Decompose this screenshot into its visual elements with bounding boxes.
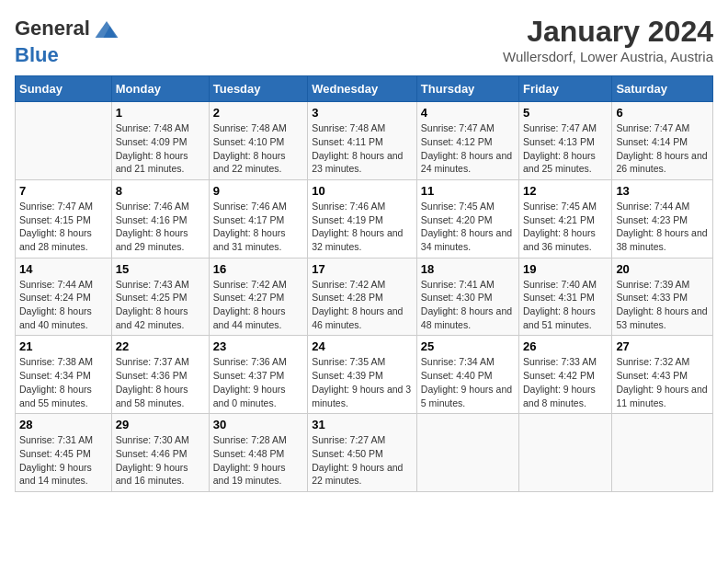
day-info: Sunrise: 7:36 AM Sunset: 4:37 PM Dayligh… [213,355,303,409]
sunrise: Sunrise: 7:47 AM [523,122,597,133]
sunrise: Sunrise: 7:34 AM [421,356,495,367]
calendar-cell: 3 Sunrise: 7:48 AM Sunset: 4:11 PM Dayli… [308,102,417,180]
sunrise: Sunrise: 7:30 AM [116,434,189,445]
daylight: Daylight: 9 hours and 0 minutes. [213,384,286,408]
sunrise: Sunrise: 7:47 AM [421,122,495,133]
sunset: Sunset: 4:23 PM [616,214,688,225]
day-number: 18 [421,262,515,276]
day-info: Sunrise: 7:47 AM Sunset: 4:15 PM Dayligh… [19,200,108,254]
logo-blue: Blue [15,43,59,66]
calendar-cell: 28 Sunrise: 7:31 AM Sunset: 4:45 PM Dayl… [16,414,112,492]
sunset: Sunset: 4:46 PM [116,448,188,459]
calendar-cell: 12 Sunrise: 7:45 AM Sunset: 4:21 PM Dayl… [519,179,612,258]
calendar-table: SundayMondayTuesdayWednesdayThursdayFrid… [15,75,713,492]
day-info: Sunrise: 7:46 AM Sunset: 4:17 PM Dayligh… [213,200,303,254]
daylight: Daylight: 8 hours and 40 minutes. [19,305,92,330]
daylight: Daylight: 8 hours and 22 minutes. [213,150,286,175]
calendar-cell: 29 Sunrise: 7:30 AM Sunset: 4:46 PM Dayl… [111,414,209,492]
calendar-cell: 7 Sunrise: 7:47 AM Sunset: 4:15 PM Dayli… [16,179,112,258]
day-number: 6 [616,106,709,120]
sunset: Sunset: 4:24 PM [19,292,91,303]
daylight: Daylight: 8 hours and 58 minutes. [116,384,188,408]
day-number: 26 [523,339,608,353]
day-info: Sunrise: 7:40 AM Sunset: 4:31 PM Dayligh… [523,278,608,332]
page-header: General Blue January 2024 Wullersdorf, L… [15,15,713,66]
day-number: 31 [312,418,413,431]
daylight: Daylight: 9 hours and 3 minutes. [312,384,411,408]
sunrise: Sunrise: 7:46 AM [312,201,385,212]
sunrise: Sunrise: 7:32 AM [616,356,689,367]
calendar-header: SundayMondayTuesdayWednesdayThursdayFrid… [16,76,713,102]
sunset: Sunset: 4:34 PM [19,370,91,381]
day-number: 27 [616,339,709,353]
daylight: Daylight: 8 hours and 53 minutes. [616,305,707,330]
sunset: Sunset: 4:17 PM [213,214,285,225]
calendar-day-header: Wednesday [308,76,417,102]
sunrise: Sunrise: 7:45 AM [523,201,597,212]
daylight: Daylight: 9 hours and 22 minutes. [312,462,403,487]
day-info: Sunrise: 7:48 AM Sunset: 4:09 PM Dayligh… [116,121,205,176]
day-number: 14 [19,262,108,276]
calendar-cell: 17 Sunrise: 7:42 AM Sunset: 4:28 PM Dayl… [308,258,417,336]
sunset: Sunset: 4:31 PM [523,292,595,303]
calendar-cell: 19 Sunrise: 7:40 AM Sunset: 4:31 PM Dayl… [519,258,612,336]
day-info: Sunrise: 7:48 AM Sunset: 4:11 PM Dayligh… [312,121,413,176]
sunrise: Sunrise: 7:47 AM [616,122,689,133]
day-number: 23 [213,339,303,353]
day-number: 28 [19,418,108,431]
sunset: Sunset: 4:30 PM [421,292,493,303]
calendar-cell: 15 Sunrise: 7:43 AM Sunset: 4:25 PM Dayl… [111,258,209,336]
sunset: Sunset: 4:20 PM [421,214,493,225]
daylight: Daylight: 8 hours and 23 minutes. [312,150,403,175]
calendar-cell: 4 Sunrise: 7:47 AM Sunset: 4:12 PM Dayli… [416,102,518,180]
sunrise: Sunrise: 7:45 AM [421,201,495,212]
calendar-cell [16,102,112,180]
calendar-day-header: Tuesday [209,76,307,102]
calendar-cell: 11 Sunrise: 7:45 AM Sunset: 4:20 PM Dayl… [416,179,518,258]
sunset: Sunset: 4:15 PM [19,214,91,225]
calendar-cell [612,414,713,492]
day-number: 11 [421,184,515,198]
calendar-cell: 25 Sunrise: 7:34 AM Sunset: 4:40 PM Dayl… [416,336,518,414]
sunset: Sunset: 4:50 PM [312,448,383,459]
sunset: Sunset: 4:09 PM [116,136,188,147]
daylight: Daylight: 8 hours and 32 minutes. [312,227,403,252]
day-number: 4 [421,106,515,120]
sunrise: Sunrise: 7:35 AM [312,356,385,367]
sunrise: Sunrise: 7:38 AM [19,356,93,367]
sunrise: Sunrise: 7:44 AM [19,279,93,290]
sunrise: Sunrise: 7:27 AM [312,434,385,445]
daylight: Daylight: 9 hours and 14 minutes. [19,462,92,487]
day-number: 9 [213,184,303,198]
calendar-cell: 31 Sunrise: 7:27 AM Sunset: 4:50 PM Dayl… [308,414,417,492]
sunset: Sunset: 4:45 PM [19,448,91,459]
calendar-week-row: 14 Sunrise: 7:44 AM Sunset: 4:24 PM Dayl… [16,258,713,336]
sunset: Sunset: 4:36 PM [116,370,188,381]
calendar-day-header: Thursday [416,76,518,102]
logo-general: General [15,17,90,40]
logo: General Blue [15,15,121,66]
daylight: Daylight: 8 hours and 21 minutes. [116,150,188,175]
calendar-cell: 5 Sunrise: 7:47 AM Sunset: 4:13 PM Dayli… [519,102,612,180]
day-info: Sunrise: 7:39 AM Sunset: 4:33 PM Dayligh… [616,278,709,332]
sunset: Sunset: 4:19 PM [312,214,383,225]
day-info: Sunrise: 7:48 AM Sunset: 4:10 PM Dayligh… [213,121,303,176]
sunset: Sunset: 4:27 PM [213,292,285,303]
calendar-subtitle: Wullersdorf, Lower Austria, Austria [503,49,713,64]
daylight: Daylight: 8 hours and 24 minutes. [421,150,512,175]
sunset: Sunset: 4:25 PM [116,292,188,303]
calendar-cell: 16 Sunrise: 7:42 AM Sunset: 4:27 PM Dayl… [209,258,307,336]
day-number: 10 [312,184,413,198]
day-info: Sunrise: 7:28 AM Sunset: 4:48 PM Dayligh… [213,433,303,488]
sunset: Sunset: 4:11 PM [312,136,383,147]
sunrise: Sunrise: 7:48 AM [312,122,385,133]
day-number: 29 [116,418,205,431]
day-number: 24 [312,339,413,353]
day-number: 21 [19,339,108,353]
day-info: Sunrise: 7:47 AM Sunset: 4:13 PM Dayligh… [523,121,608,176]
sunrise: Sunrise: 7:47 AM [19,201,93,212]
sunset: Sunset: 4:28 PM [312,292,383,303]
day-info: Sunrise: 7:45 AM Sunset: 4:21 PM Dayligh… [523,200,608,254]
day-info: Sunrise: 7:38 AM Sunset: 4:34 PM Dayligh… [19,355,108,409]
calendar-cell: 6 Sunrise: 7:47 AM Sunset: 4:14 PM Dayli… [612,102,713,180]
